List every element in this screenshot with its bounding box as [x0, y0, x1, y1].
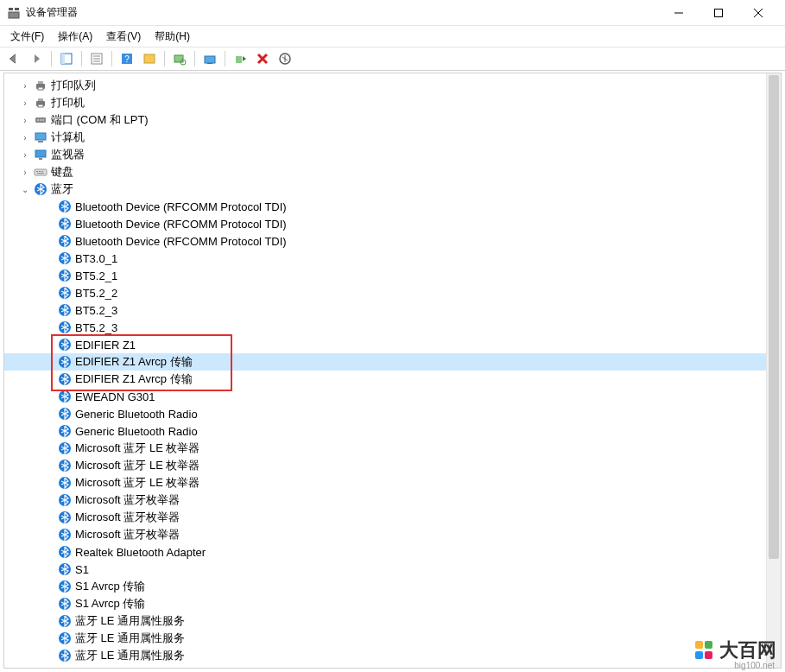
back-button[interactable] — [3, 49, 24, 68]
bluetooth-icon — [58, 269, 72, 282]
device-row[interactable]: EDIFIER Z1 — [4, 336, 781, 353]
category-row[interactable]: › 监视器 — [4, 146, 781, 163]
category-row[interactable]: › 端口 (COM 和 LPT) — [4, 111, 781, 129]
svg-text:?: ? — [124, 54, 130, 64]
device-row[interactable]: Microsoft 蓝牙 LE 枚举器 — [4, 474, 781, 491]
category-row[interactable]: ⌄ 蓝牙 — [4, 181, 781, 198]
device-label: S1 Avrcp 传输 — [75, 579, 145, 594]
menubar: 文件(F) 操作(A) 查看(V) 帮助(H) — [0, 26, 785, 47]
device-row[interactable]: BT5.2_2 — [4, 284, 781, 301]
device-row[interactable]: BT5.2_1 — [4, 267, 781, 284]
device-label: EDIFIER Z1 Avrcp 传输 — [75, 354, 193, 370]
properties-button[interactable] — [86, 49, 107, 68]
category-row[interactable]: › 计算机 — [4, 129, 781, 146]
chevron-right-icon[interactable]: › — [18, 130, 32, 144]
scrollbar[interactable] — [766, 73, 781, 668]
menu-view[interactable]: 查看(V) — [99, 28, 148, 46]
device-row[interactable]: BT5.2_3 — [4, 319, 781, 336]
port-icon — [34, 113, 47, 127]
maximize-button[interactable] — [699, 0, 738, 26]
bluetooth-icon — [58, 597, 72, 611]
bluetooth-icon — [58, 580, 72, 593]
device-row[interactable]: EDIFIER Z1 Avrcp 传输 — [4, 353, 781, 371]
chevron-right-icon[interactable]: › — [18, 165, 32, 179]
device-row[interactable]: BT3.0_1 — [4, 250, 781, 267]
printer-icon — [34, 96, 47, 110]
scan-hardware-button[interactable] — [275, 49, 295, 68]
svg-rect-35 — [39, 158, 42, 160]
device-label: Bluetooth Device (RFCOMM Protocol TDI) — [75, 200, 287, 213]
menu-help[interactable]: 帮助(H) — [148, 28, 197, 46]
bluetooth-icon — [58, 286, 72, 300]
device-row[interactable]: Bluetooth Device (RFCOMM Protocol TDI) — [4, 232, 781, 250]
svg-rect-2 — [9, 12, 19, 18]
category-label: 计算机 — [51, 130, 85, 145]
minimize-button[interactable] — [659, 0, 699, 26]
menu-action[interactable]: 操作(A) — [51, 28, 99, 46]
device-row[interactable]: Microsoft 蓝牙枚举器 — [4, 509, 781, 526]
action-button[interactable] — [139, 49, 160, 68]
chevron-right-icon[interactable]: › — [18, 79, 32, 92]
forward-button[interactable] — [26, 49, 47, 68]
category-row[interactable]: › 打印机 — [4, 94, 781, 111]
device-row[interactable]: Microsoft 蓝牙枚举器 — [4, 491, 781, 509]
device-label: 蓝牙 LE 通用属性服务 — [75, 648, 185, 663]
bluetooth-icon — [58, 251, 72, 265]
update-driver-button[interactable] — [199, 49, 220, 68]
bluetooth-icon — [58, 217, 72, 231]
device-label: Bluetooth Device (RFCOMM Protocol TDI) — [75, 235, 287, 248]
menu-file[interactable]: 文件(F) — [3, 28, 51, 46]
device-row[interactable]: EDIFIER Z1 Avrcp 传输 — [4, 371, 781, 388]
device-row[interactable]: S1 Avrcp 传输 — [4, 595, 781, 612]
svg-rect-36 — [35, 169, 47, 175]
device-row[interactable]: Microsoft 蓝牙枚举器 — [4, 526, 781, 543]
chevron-down-icon[interactable]: ⌄ — [18, 182, 32, 196]
device-row[interactable]: Bluetooth Device (RFCOMM Protocol TDI) — [4, 198, 781, 215]
device-row[interactable]: 蓝牙 LE 通用属性服务 — [4, 612, 781, 630]
bluetooth-icon — [58, 528, 72, 542]
svg-rect-20 — [236, 56, 242, 63]
bluetooth-icon — [58, 649, 72, 662]
svg-rect-27 — [38, 105, 43, 107]
device-row[interactable]: 蓝牙 LE 通用属性服务 — [4, 630, 781, 647]
watermark-sub: big100.net — [734, 661, 775, 670]
scan-button[interactable] — [169, 49, 190, 68]
computer-icon — [34, 130, 47, 144]
device-label: Bluetooth Device (RFCOMM Protocol TDI) — [75, 218, 287, 231]
bluetooth-icon — [58, 476, 72, 490]
show-hide-tree-button[interactable] — [56, 49, 77, 68]
svg-rect-8 — [61, 54, 65, 64]
device-row[interactable]: Bluetooth Device (RFCOMM Protocol TDI) — [4, 215, 781, 232]
device-row[interactable]: Microsoft 蓝牙 LE 枚举器 — [4, 457, 781, 474]
device-row[interactable]: S1 Avrcp 传输 — [4, 578, 781, 595]
device-row[interactable]: BT5.2_3 — [4, 301, 781, 319]
titlebar: 设备管理器 — [0, 0, 785, 26]
category-row[interactable]: › 键盘 — [4, 163, 781, 181]
bluetooth-icon — [58, 372, 72, 386]
device-label: S1 — [75, 563, 89, 576]
chevron-right-icon[interactable]: › — [18, 113, 32, 127]
watermark: 大百网 — [695, 637, 776, 663]
device-label: 蓝牙 LE 通用属性服务 — [75, 631, 185, 646]
device-row[interactable]: S1 — [4, 561, 781, 578]
category-row[interactable]: › 打印队列 — [4, 77, 781, 94]
device-label: BT3.0_1 — [75, 252, 117, 265]
close-button[interactable] — [738, 0, 778, 26]
help-button[interactable]: ? — [117, 49, 137, 68]
app-icon — [7, 6, 21, 20]
scrollbar-thumb[interactable] — [769, 75, 779, 559]
toolbar: ? — [0, 47, 785, 71]
device-row[interactable]: 蓝牙 LE 通用属性服务 — [4, 647, 781, 664]
device-row[interactable]: Generic Bluetooth Radio — [4, 405, 781, 422]
chevron-right-icon[interactable]: › — [18, 96, 32, 110]
bluetooth-icon — [58, 459, 72, 472]
device-row[interactable]: Generic Bluetooth Radio — [4, 422, 781, 440]
device-row[interactable]: Realtek Bluetooth Adapter — [4, 543, 781, 561]
enable-button[interactable] — [230, 49, 250, 68]
device-row[interactable]: Microsoft 蓝牙 LE 枚举器 — [4, 440, 781, 457]
bluetooth-icon — [58, 303, 72, 317]
svg-point-30 — [40, 119, 41, 121]
device-row[interactable]: EWEADN G301 — [4, 388, 781, 405]
uninstall-button[interactable] — [252, 49, 273, 68]
chevron-right-icon[interactable]: › — [18, 148, 32, 162]
